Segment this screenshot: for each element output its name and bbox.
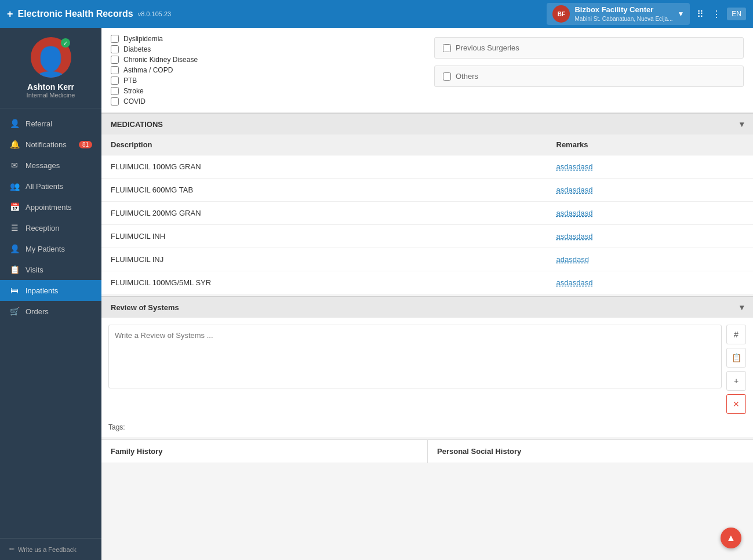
checkbox-covid[interactable] [111, 97, 119, 106]
appointments-icon: 📅 [9, 202, 20, 212]
scroll-to-top-button[interactable]: ▲ [721, 528, 741, 548]
med-col-description: Description [101, 134, 547, 155]
sidebar-item-reception[interactable]: ☰ Reception [0, 217, 101, 238]
app-brand: + Electronic Health Records v8.0.105.23 [7, 8, 171, 20]
app-title: Electronic Health Records [18, 9, 133, 19]
condition-asthma[interactable]: Asthma / COPD [111, 66, 420, 74]
ros-textarea[interactable] [108, 325, 722, 388]
my-patients-icon: 👤 [9, 244, 20, 253]
sidebar-label-all-patients: All Patients [26, 182, 63, 191]
checkbox-prev-surgeries[interactable] [443, 44, 451, 52]
feedback-icon: ✏ [9, 546, 14, 553]
conditions-section: Dyslipidemia Diabetes Chronic Kidney Dis… [101, 28, 753, 113]
medications-header[interactable]: MEDICATIONS ▾ [101, 113, 753, 134]
condition-label-ptb: PTB [123, 77, 137, 85]
checkbox-ckd[interactable] [111, 56, 119, 64]
checkbox-asthma[interactable] [111, 66, 119, 74]
facility-info: Bizbox Facility Center Mabini St. Cabana… [574, 5, 672, 23]
personal-social-header: Personal Social History [428, 440, 753, 463]
med-remarks[interactable]: asdasdasd [547, 271, 754, 294]
med-remarks[interactable]: asdasdasd [547, 202, 754, 225]
medications-table: Description Remarks FLUIMUCIL 100MG GRAN… [101, 134, 753, 294]
med-remarks[interactable]: asdasdasd [547, 225, 754, 248]
facility-address: Mabini St. Cabanatuan, Nueva Ecija... [574, 15, 672, 23]
previous-surgeries-box[interactable]: Previous Surgeries [434, 37, 744, 59]
condition-stroke[interactable]: Stroke [111, 87, 420, 95]
avatar-container: 👤 ✓ [31, 37, 71, 78]
sidebar-item-referral[interactable]: 👤 Referral [0, 113, 101, 134]
dots-menu-button[interactable]: ⋮ [710, 6, 723, 22]
feedback-label: Write us a Feedback [18, 546, 77, 553]
table-row: FLUIMUCIL 600MG TAB asdasdasd [101, 179, 753, 202]
ros-delete-button[interactable]: ✕ [726, 394, 746, 414]
condition-ckd[interactable]: Chronic Kidney Disease [111, 56, 420, 64]
condition-label-asthma: Asthma / COPD [123, 66, 173, 74]
sidebar-item-appointments[interactable]: 📅 Appointments [0, 197, 101, 217]
sidebar-label-inpatients: Inpatients [26, 286, 58, 295]
avatar-check-icon: ✓ [61, 38, 70, 48]
others-box[interactable]: Others [434, 66, 744, 87]
ros-header[interactable]: Review of Systems ▾ [101, 296, 753, 318]
condition-covid[interactable]: COVID [111, 97, 420, 106]
bottom-sections: Family History Personal Social History [101, 439, 753, 463]
avatar-figure: 👤 [32, 48, 70, 78]
condition-label-dyslipidemia: Dyslipidemia [123, 35, 163, 43]
top-nav-right: BF Bizbox Facility Center Mabini St. Cab… [547, 3, 746, 25]
checkbox-others[interactable] [443, 72, 451, 81]
sidebar-item-visits[interactable]: 📋 Visits [0, 259, 101, 280]
content-area: Dyslipidemia Diabetes Chronic Kidney Dis… [101, 28, 753, 560]
sidebar-nav: 👤 Referral 🔔 Notifications 81 ✉ Messages… [0, 108, 101, 538]
med-remarks[interactable]: asdasdasd [547, 155, 754, 179]
med-description: FLUIMUCIL INH [101, 225, 547, 248]
checkbox-stroke[interactable] [111, 87, 119, 95]
notifications-icon: 🔔 [9, 140, 20, 149]
condition-ptb[interactable]: PTB [111, 77, 420, 85]
checkbox-dyslipidemia[interactable] [111, 35, 119, 43]
ros-hash-button[interactable]: # [726, 325, 746, 344]
condition-dyslipidemia[interactable]: Dyslipidemia [111, 35, 420, 43]
sidebar-label-referral: Referral [26, 119, 52, 128]
medications-section: MEDICATIONS ▾ Description Remarks FLUIMU… [101, 113, 753, 294]
nav-icons: ⠿ ⋮ EN [694, 6, 746, 22]
ros-action-buttons: # 📋 + ✕ [726, 325, 746, 414]
sidebar-item-my-patients[interactable]: 👤 My Patients [0, 238, 101, 259]
sidebar-label-reception: Reception [26, 224, 60, 232]
condition-label-ckd: Chronic Kidney Disease [123, 56, 198, 64]
table-row: FLUIMUCIL INJ adasdasd [101, 248, 753, 271]
med-remarks[interactable]: adasdasd [547, 248, 754, 271]
sidebar-item-all-patients[interactable]: 👥 All Patients [0, 176, 101, 197]
messages-icon: ✉ [9, 161, 20, 170]
med-description: FLUIMUCIL 600MG TAB [101, 179, 547, 202]
profile-specialty: Internal Medicine [27, 92, 75, 99]
sidebar-label-orders: Orders [26, 307, 49, 316]
med-description: FLUIMUCIL INJ [101, 248, 547, 271]
checkbox-diabetes[interactable] [111, 45, 119, 53]
medications-title: MEDICATIONS [111, 120, 163, 129]
family-history-header: Family History [101, 440, 427, 463]
personal-social-section: Personal Social History [427, 440, 753, 463]
plus-icon: + [7, 8, 13, 20]
inpatients-icon: 🛏 [9, 286, 20, 295]
language-button[interactable]: EN [727, 8, 746, 20]
sidebar-item-messages[interactable]: ✉ Messages [0, 155, 101, 176]
table-row: FLUIMUCIL 100MG GRAN asdasdasd [101, 155, 753, 179]
sidebar-item-orders[interactable]: 🛒 Orders [0, 301, 101, 322]
prev-surgeries-label: Previous Surgeries [456, 43, 519, 52]
condition-label-diabetes: Diabetes [123, 45, 151, 53]
facility-name: Bizbox Facility Center [574, 5, 672, 15]
notifications-badge: 81 [79, 141, 92, 148]
all-patients-icon: 👥 [9, 181, 20, 191]
sidebar-item-notifications[interactable]: 🔔 Notifications 81 [0, 134, 101, 155]
ros-copy-button[interactable]: 📋 [726, 348, 746, 368]
sidebar-item-inpatients[interactable]: 🛏 Inpatients [0, 280, 101, 301]
med-col-remarks: Remarks [547, 134, 754, 155]
med-remarks[interactable]: asdasdasd [547, 179, 754, 202]
grid-icon-button[interactable]: ⠿ [694, 6, 706, 22]
checkbox-ptb[interactable] [111, 77, 119, 85]
facility-selector[interactable]: BF Bizbox Facility Center Mabini St. Cab… [547, 3, 690, 25]
sidebar-label-notifications: Notifications [26, 140, 67, 149]
reception-icon: ☰ [9, 223, 20, 232]
ros-add-button[interactable]: + [726, 371, 746, 391]
feedback-link[interactable]: ✏ Write us a Feedback [9, 546, 92, 553]
condition-diabetes[interactable]: Diabetes [111, 45, 420, 53]
